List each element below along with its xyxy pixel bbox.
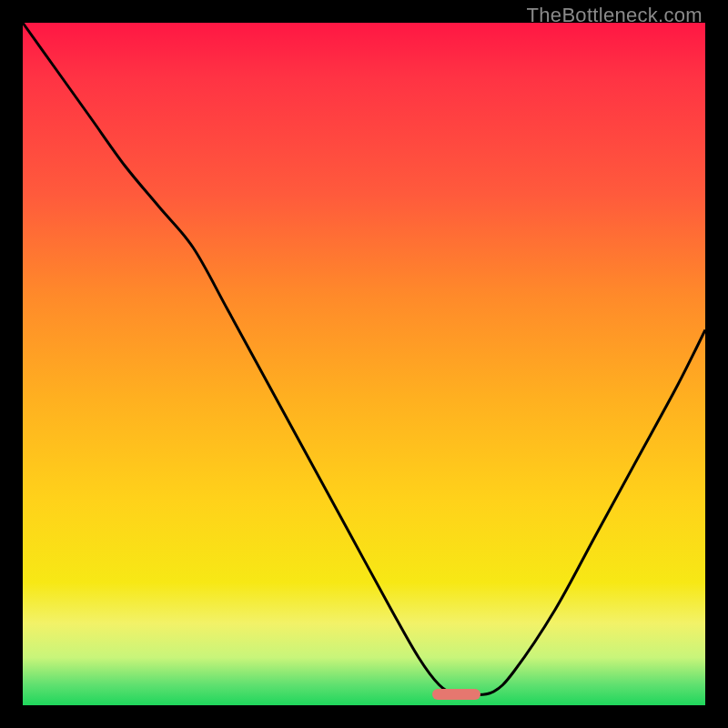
curve-path: [23, 23, 705, 696]
plot-area: [23, 23, 705, 705]
bottleneck-curve: [23, 23, 705, 705]
chart-frame: TheBottleneck.com: [0, 0, 728, 728]
optimal-marker: [432, 689, 480, 700]
